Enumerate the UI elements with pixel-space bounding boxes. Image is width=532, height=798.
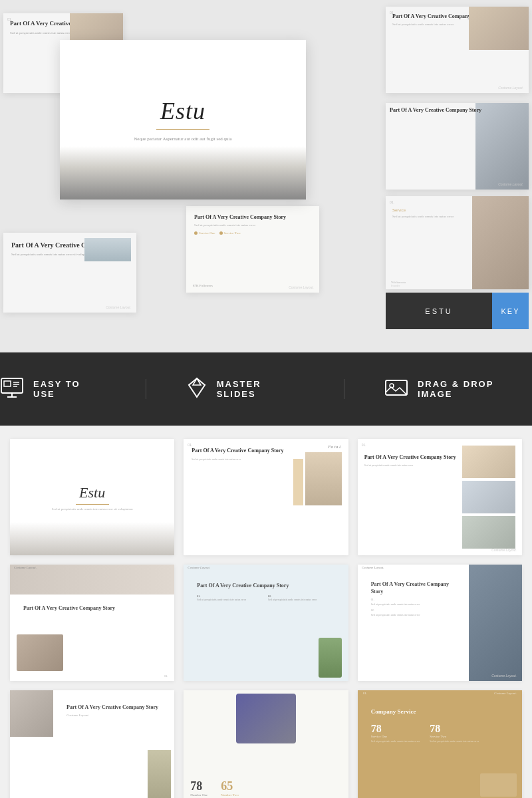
gs4-layout-top: Costume Layout.: [14, 566, 37, 569]
estu-label: ESTU: [386, 293, 492, 329]
gs1-mountain: [10, 522, 174, 555]
estu-line-decoration: [156, 129, 209, 130]
gs9-stat1-text: Sed ut perspiciatis unde omnis iste natu…: [371, 739, 420, 743]
gs5-cols: 01. Sed ut perspiciatis unde omnis iste …: [197, 595, 334, 602]
gs9-stat2-num: 78: [430, 723, 479, 735]
gs9-layout-top: Costume Layout.: [494, 692, 517, 695]
gs2-sub-text: Fa ta l.: [328, 444, 341, 450]
rt3-person-image: [472, 196, 529, 289]
gs9-heading: Company Service: [371, 708, 509, 716]
gs2-image: [305, 452, 342, 505]
svg-rect-9: [386, 380, 407, 395]
gs6-layout-bottom: Costume Layout.: [491, 674, 517, 678]
grid-slide-9: Costume Layout. 01. Company Service 78 S…: [358, 690, 522, 798]
gs1-line: [76, 504, 109, 505]
service-labels: Service One Service Two: [194, 231, 311, 235]
rt2-heading: Part Of A Very Creative Company Story: [390, 107, 481, 114]
gs2-accent-bar: [293, 459, 303, 505]
svg-rect-3: [4, 381, 11, 386]
easy-to-use-label: EASY TO USE: [33, 379, 106, 399]
gs4-num: 01.: [164, 674, 168, 678]
gs8-stat2-num: 65: [221, 779, 238, 793]
gs4-branch-image: [17, 634, 63, 671]
gs6-texture-image: [469, 565, 522, 681]
slide-cr-text: Sed ut perspiciatis unde omnis iste natu…: [194, 223, 311, 227]
gs5-content: Part Of A Very Creative Company Story 01…: [190, 571, 341, 608]
gs3-heading: Part Of A Very Creative Company Story: [364, 454, 462, 461]
rt2-layout-label: Costume Layout.: [498, 182, 523, 186]
feature-bar: EASY TO USE MASTER SLIDES DRAG & DROP IM…: [0, 352, 532, 426]
gs9-circles-image: [480, 773, 517, 797]
grid-section: Estu Sed ut perspiciatis unde omnis iste…: [0, 426, 532, 798]
rt-coffee-image: [469, 7, 529, 50]
gs8-stat2-label: Number Two: [221, 793, 238, 797]
gs7-glasses-image: [10, 690, 53, 737]
gs2-num: 01.: [188, 443, 192, 447]
master-slides-label: MASTER SLIDES: [217, 379, 304, 399]
gs9-stat-2: 78 Service Two Sed ut perspiciatis unde …: [430, 723, 479, 743]
gs1-text: Sed ut perspiciatis unde omnis iste natu…: [52, 507, 133, 511]
feature-easy-to-use: EASY TO USE: [0, 377, 106, 402]
gs3-img-2: [462, 481, 515, 513]
slide-center-main: Estu Neque pariatur Aspernatur aut odit …: [60, 40, 306, 200]
gs6-heading: Part Of A Very Creative Company Story: [371, 581, 459, 595]
gs8-stat1-label: Number One: [190, 793, 207, 797]
slide-bl-image: [84, 238, 131, 261]
gs9-stat2-label: Service Two: [430, 735, 479, 738]
rt1-layout-label: Costume Layout.: [498, 86, 523, 90]
mountain-image: [60, 146, 306, 200]
service-dot-1: [194, 231, 198, 235]
feature-divider-1: [146, 379, 146, 399]
estu-main-title: Estu: [160, 97, 205, 125]
gs3-num: 01.: [362, 443, 366, 447]
slide-right-mid: 01. Part Of A Very Creative Company Stor…: [386, 103, 529, 190]
svg-marker-8: [193, 378, 201, 385]
rt2-label: Part Of A Very Creative Company Story: [390, 107, 481, 114]
gs5-col1-text: Sed ut perspiciatis unde omnis iste natu…: [197, 598, 264, 602]
image-icon: [384, 378, 408, 401]
feature-divider-2: [344, 379, 344, 399]
num-badge: 01.: [7, 17, 12, 21]
slide-bottom-left: Part Of A Very Creative Company Story Se…: [3, 233, 136, 313]
feature-drag-drop: DRAG & DROP IMAGE: [384, 378, 532, 401]
estu-subtitle: Neque pariatur Aspernatur aut odit aut f…: [134, 136, 231, 143]
gs9-stat1-label: Service One: [371, 735, 420, 738]
gs3-left: 01. Part Of A Very Creative Company Stor…: [364, 446, 462, 549]
gs8-stat1-num: 78: [190, 779, 207, 793]
slide-right-bottom: 01. Service Sed ut perspiciatis unde omn…: [386, 196, 529, 289]
slide-right-top: 01. Part Of A Very Creative Company Stor…: [386, 7, 529, 93]
service-one-label: Service One: [194, 231, 215, 235]
gs8-blueberries-image: [236, 694, 296, 743]
gs3-layout: Costume Layout.: [491, 548, 517, 552]
gs6-num-1: 01.: [371, 598, 459, 601]
slide-bl-layout-label: Costume Layout.: [106, 305, 131, 309]
diamond-icon: [186, 377, 207, 402]
gs9-content: Company Service 78 Service One Sed ut pe…: [364, 697, 515, 749]
gs5-layout: Costume Layout.: [188, 566, 210, 569]
drag-drop-label: DRAG & DROP IMAGE: [418, 379, 532, 399]
followers-label: 87K Followers: [193, 284, 213, 287]
gs6-text-1: Sed ut perspiciatis unde omnis iste natu…: [371, 602, 459, 606]
gs7-pencils-image: [148, 750, 171, 798]
gs6-num-2: 02.: [371, 608, 459, 612]
gs9-stats: 78 Service One Sed ut perspiciatis unde …: [371, 723, 509, 743]
gs8-stat-1: 78 Number One: [190, 779, 207, 797]
grid-slide-4: Costume Layout. Part Of A Very Creative …: [10, 565, 174, 681]
monitor-icon: [0, 377, 24, 402]
key-label: KEY: [492, 293, 529, 329]
gs8-stats: 78 Number One 65 Number Two: [190, 779, 238, 797]
gs3-img-3: [462, 516, 515, 549]
estu-key-badge: ESTU KEY: [386, 293, 529, 329]
gs3-img-1: [462, 446, 515, 478]
grid-slide-8: 78 Number One 65 Number Two Costume Layo…: [184, 690, 348, 798]
grid-slide-6: Costume Layout. Part Of A Very Creative …: [358, 565, 522, 681]
gs8-stat-2: 65 Number Two: [221, 779, 238, 797]
gs7-heading: Part Of A Very Creative Company Story: [66, 704, 161, 711]
gs9-stat1-num: 78: [371, 723, 420, 735]
estu-text: ESTU: [425, 307, 452, 315]
svg-marker-7: [189, 378, 205, 397]
slide-center-right: Part Of A Very Creative Company Story Se…: [186, 206, 319, 293]
rt2-image: [475, 103, 529, 190]
gs7-layout: Costume Layout.: [66, 714, 161, 717]
gs5-col-1: 01. Sed ut perspiciatis unde omnis iste …: [197, 595, 264, 602]
